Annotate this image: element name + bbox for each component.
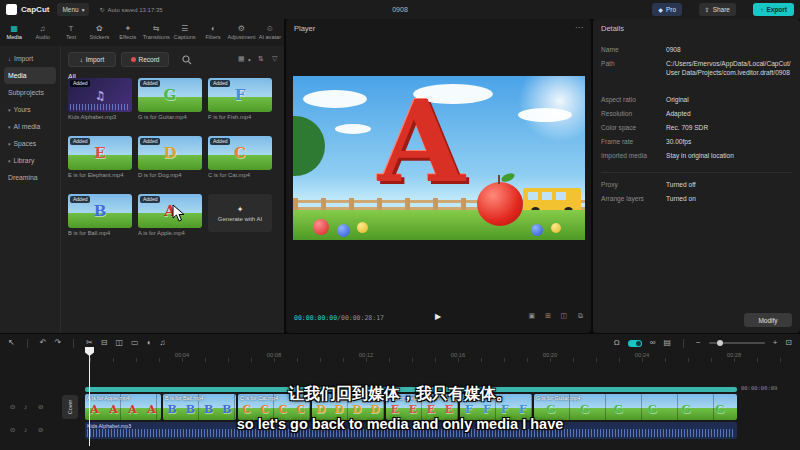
zoom-out-icon[interactable]: − [696,339,701,347]
tab-captions[interactable]: ☰Captions [170,19,198,46]
media-item-apple[interactable]: A Added [138,194,202,228]
thumbnail-letter: G [164,88,177,103]
added-badge: Added [140,138,160,145]
media-item-guitar[interactable]: G Added [138,78,202,112]
sidebar-item-import[interactable]: ↓Import [0,50,60,67]
track-expand-icon[interactable]: ▤ [663,339,671,347]
tab-filters[interactable]: ◐Filters [199,19,227,46]
toolbar-divider [27,339,28,348]
modify-button[interactable]: Modify [744,313,792,327]
added-badge: Added [210,138,230,145]
subtitle-chinese: 让我们回到媒体，我只有媒体。 [0,384,800,405]
magnet-icon[interactable]: Ω [614,339,620,347]
toolbar-divider [683,339,684,348]
export-button[interactable]: ↑ Export [753,3,794,16]
tab-effects[interactable]: ✦Effects [114,19,142,46]
split-preview-icon[interactable]: ◫ [560,312,567,320]
split-icon[interactable]: ✂ [86,339,93,347]
clip-frame-letter: D [316,404,326,415]
pro-button[interactable]: ◆ Pro [652,3,682,16]
timeline-ruler[interactable]: 00:04 00:08 00:12 00:16 00:20 00:24 00:2… [0,350,800,362]
sidebar-item-ai-media[interactable]: ▾AI media [0,118,60,135]
zoom-slider-knob[interactable] [717,340,723,346]
chevron-down-icon: ▾ [8,158,11,164]
tab-transitions[interactable]: ⇆Transitions [142,19,170,46]
media-item-ball[interactable]: B Added [68,194,132,228]
media-item-fish[interactable]: F Added [208,78,272,112]
fit-timeline-icon[interactable]: ⊡ [785,339,792,347]
redo-icon[interactable]: ↷ [54,339,61,347]
tab-audio-label: Audio [35,34,49,40]
record-button[interactable]: Record [121,52,169,67]
school-bus-graphic [523,188,581,212]
extract-audio-icon[interactable]: ♫ [159,339,165,347]
fullscreen-icon[interactable]: ⧉ [578,312,583,320]
tab-stickers-label: Stickers [89,34,109,40]
generate-with-ai-tile[interactable]: ✦ Generate with AI [208,194,272,232]
import-media-button-label: Import [86,56,104,63]
thumbnail-letter: C [234,146,246,161]
project-title: 0908 [392,6,408,13]
audio-note-icon: ♫ [95,90,105,101]
video-viewport[interactable]: A [293,76,585,240]
tab-stickers[interactable]: ✿Stickers [85,19,113,46]
clip-frame-letter: B [204,404,213,415]
tab-effects-label: Effects [119,34,136,40]
media-item-label: F is for Fish.mp4 [208,114,272,120]
ai-avatar-icon: ☺ [266,25,274,33]
chevron-down-icon[interactable]: ▾ [248,57,251,63]
clip-frame-letter: E [427,404,435,415]
sidebar-item-dreamina-label: Dreamina [8,174,37,181]
crop-icon[interactable]: ▭ [131,339,139,347]
tab-text[interactable]: TText [57,19,85,46]
search-icon[interactable] [182,55,192,65]
sidebar-item-media[interactable]: Media [4,67,56,84]
share-button[interactable]: ⇪ Share [699,3,736,16]
media-item-cat[interactable]: C Added [208,136,272,170]
grid-view-icon[interactable]: ▦ [238,55,245,63]
import-media-button[interactable]: ↓ Import [68,52,116,67]
menu-button[interactable]: Menu ▾ [57,3,89,16]
sidebar-item-dreamina[interactable]: Dreamina [0,169,60,186]
sidebar-item-yours[interactable]: ▾Yours [0,101,60,118]
grid-icon[interactable]: ⊞ [545,312,551,320]
media-item-dog[interactable]: D Added [138,136,202,170]
filter-icon[interactable]: ▽ [272,55,277,63]
tab-filters-label: Filters [205,34,220,40]
select-tool-icon[interactable]: ↖ [8,339,15,347]
mirror-icon[interactable]: ◫ [116,339,124,347]
play-button[interactable]: ▶ [435,312,441,321]
mask-icon[interactable]: ◐ [147,339,152,347]
current-time: 00:00:00:00 [294,314,337,322]
link-icon[interactable]: ∞ [650,339,656,347]
clip-frame-letter: D [370,404,380,415]
zoom-slider[interactable] [709,342,765,344]
auto-snap-toggle[interactable] [628,340,642,347]
sidebar-item-library[interactable]: ▾Library [0,152,60,169]
media-item-kids-alphabet[interactable]: ♫ Added [68,78,132,112]
ball-graphic [357,222,368,233]
media-item-label: G is for Guitar.mp4 [138,114,202,120]
media-item-label: Kids Alphabet.mp3 [68,114,132,120]
sidebar-item-subprojects[interactable]: Subprojects [0,84,60,101]
ratio-icon[interactable]: ▣ [528,312,535,320]
tab-adjustment[interactable]: ⚙Adjustment [227,19,255,46]
tab-ai-avatar-label: AI avatar [259,34,281,40]
zoom-in-icon[interactable]: + [773,339,778,347]
undo-icon[interactable]: ↶ [40,339,47,347]
tab-ai-avatar[interactable]: ☺AI avatar [256,19,284,46]
scene-letter-a: A [378,86,465,198]
app-logo-text: CapCut [21,5,49,14]
tab-media[interactable]: ▦Media [0,19,28,46]
sort-icon[interactable]: ⇅ [258,55,264,63]
delete-icon[interactable]: ⊟ [101,339,108,347]
sidebar-item-spaces[interactable]: ▾Spaces [0,135,60,152]
more-options-icon[interactable]: ⋯ [575,23,583,32]
added-badge: Added [140,80,160,87]
clip-frame-letter: F [501,404,509,415]
detail-label-aspect-ratio: Aspect ratio [601,96,663,103]
filters-icon: ◐ [211,25,216,33]
bus-window [556,192,566,200]
tab-audio[interactable]: ♫Audio [28,19,56,46]
media-item-elephant[interactable]: E Added [68,136,132,170]
